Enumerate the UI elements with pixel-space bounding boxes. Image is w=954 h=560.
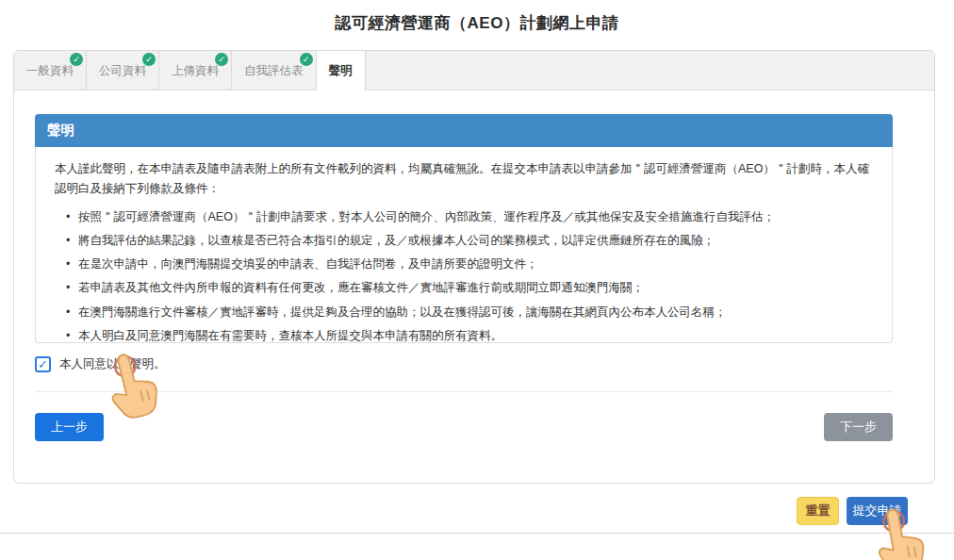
tab-self-assessment[interactable]: 自我評估表 ✓ [232, 51, 317, 91]
submit-application-button[interactable]: 提交申請 [847, 497, 908, 525]
declaration-intro-text: 本人謹此聲明，在本申請表及隨申請表附上的所有文件載列的資料，均屬真確無訛。在提交… [55, 159, 873, 199]
tab-company-info[interactable]: 公司資料 ✓ [87, 51, 159, 91]
next-step-button[interactable]: 下一步 [824, 413, 893, 441]
divider [35, 391, 893, 392]
reset-button[interactable]: 重置 [797, 497, 839, 525]
declaration-term: 在是次申請中，向澳門海關提交填妥的申請表、自我評估問卷，及申請所要的證明文件； [66, 255, 873, 272]
declaration-term: 本人明白及同意澳門海關在有需要時，查核本人所提交與本申請有關的所有資料。 [66, 327, 873, 344]
footer-divider [0, 533, 954, 534]
tab-label: 公司資料 [99, 63, 146, 79]
aeo-application-page: 認可經濟營運商（AEO）計劃網上申請 一般資料 ✓ 公司資料 ✓ 上傳資料 ✓ … [0, 0, 954, 560]
declaration-term: 按照＂認可經濟營運商（AEO）＂計劃申請要求，對本人公司的簡介、內部政策、運作程… [66, 208, 873, 225]
completed-check-icon: ✓ [215, 53, 228, 66]
tab-declaration[interactable]: 聲明 [317, 51, 366, 91]
declaration-terms-list: 按照＂認可經濟營運商（AEO）＂計劃申請要求，對本人公司的簡介、內部政策、運作程… [55, 208, 873, 344]
application-card: 一般資料 ✓ 公司資料 ✓ 上傳資料 ✓ 自我評估表 ✓ 聲明 聲明 本人謹此聲… [13, 50, 935, 484]
declaration-term: 若申請表及其他文件內所申報的資料有任何更改，應在審核文件／實地評審進行前或期間立… [66, 279, 873, 296]
completed-check-icon: ✓ [70, 53, 83, 66]
declaration-term: 在澳門海關進行文件審核／實地評審時，提供足夠及合理的協助；以及在獲得認可後，讓海… [66, 304, 873, 321]
completed-check-icon: ✓ [142, 53, 156, 66]
consent-label: 本人同意以上聲明。 [59, 356, 166, 372]
tab-label: 一般資料 [26, 63, 74, 79]
consent-row: ✓ 本人同意以上聲明。 [35, 356, 166, 372]
declaration-panel-header: 聲明 [35, 114, 893, 147]
tab-upload-info[interactable]: 上傳資料 ✓ [159, 51, 232, 91]
tab-label: 自我評估表 [244, 63, 304, 79]
tab-label: 上傳資料 [172, 63, 219, 79]
consent-checkbox[interactable]: ✓ [35, 356, 51, 372]
previous-step-button[interactable]: 上一步 [35, 413, 104, 441]
completed-check-icon: ✓ [300, 53, 313, 66]
declaration-term: 將自我評估的結果記錄，以查核是否已符合本指引的規定，及／或根據本人公司的業務模式… [66, 232, 873, 249]
tab-label: 聲明 [329, 63, 353, 79]
tab-general-info[interactable]: 一般資料 ✓ [14, 51, 87, 91]
page-title: 認可經濟營運商（AEO）計劃網上申請 [0, 12, 954, 34]
declaration-panel-body: 本人謹此聲明，在本申請表及隨申請表附上的所有文件載列的資料，均屬真確無訛。在提交… [35, 147, 893, 343]
step-tabstrip: 一般資料 ✓ 公司資料 ✓ 上傳資料 ✓ 自我評估表 ✓ 聲明 [14, 51, 934, 91]
